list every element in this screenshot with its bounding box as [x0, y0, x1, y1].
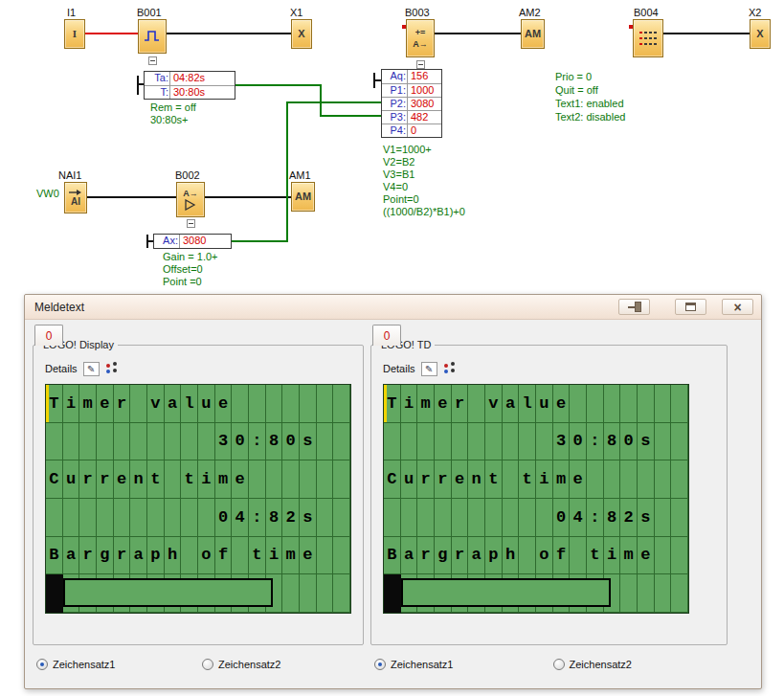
collapse-b001[interactable]	[148, 56, 157, 65]
lcd-cell-r3c6[interactable]	[485, 499, 503, 537]
block-nai1[interactable]: AI	[64, 182, 87, 213]
collapse-b003[interactable]	[416, 60, 425, 69]
lcd-cell-r3c3[interactable]	[97, 499, 114, 537]
lcd-cell-r1c12[interactable]: :	[587, 423, 604, 461]
lcd-cell-r3c0[interactable]	[384, 499, 401, 537]
lcd-cell-r3c8[interactable]	[181, 499, 198, 537]
lcd-cell-r3c8[interactable]	[519, 499, 536, 537]
wire-b003-am2[interactable]	[435, 33, 521, 34]
radio-item-zeichensatz1[interactable]: Zeichensatz1	[370, 659, 549, 670]
lcd-cell-r4c1[interactable]: a	[401, 537, 418, 575]
lcd-cell-r2c8[interactable]: t	[519, 460, 536, 499]
lcd-cell-r4c6[interactable]: p	[485, 537, 503, 575]
close-button[interactable]: ×	[722, 299, 753, 315]
lcd-cell-r4c6[interactable]: p	[147, 537, 165, 575]
lcd-cell-r1c14[interactable]: 0	[620, 423, 638, 461]
lcd-cell-r0c8[interactable]: l	[181, 385, 198, 423]
lcd-cell-r1c11[interactable]: 0	[570, 423, 587, 461]
lcd-cell-r3c14[interactable]: 2	[282, 499, 300, 537]
lcd-cell-r4c12[interactable]: t	[587, 537, 604, 575]
lcd-cell-r2c7[interactable]	[503, 460, 520, 499]
lcd-cell-r2c11[interactable]: e	[570, 460, 587, 499]
lcd-cell-r1c2[interactable]	[79, 423, 97, 461]
lcd-cell-r2c11[interactable]: e	[232, 460, 249, 499]
lcd-cell-r3c15[interactable]: s	[300, 499, 317, 537]
lcd-cell-r1c13[interactable]: 8	[266, 423, 283, 461]
lcd-cell-r5c16[interactable]	[317, 574, 334, 613]
lcd-cell-r4c10[interactable]: f	[553, 537, 571, 575]
lcd-cell-r1c0[interactable]	[46, 423, 63, 461]
lcd-cell-r4c5[interactable]: a	[130, 537, 147, 575]
lcd-cell-r4c9[interactable]: o	[198, 537, 215, 575]
lcd-cell-r5c14[interactable]	[620, 574, 638, 613]
lcd-cell-r1c0[interactable]	[384, 423, 401, 461]
lcd-cell-r3c4[interactable]	[114, 499, 131, 537]
lcd-cell-r0c0[interactable]: T	[46, 385, 63, 423]
lcd-cell-r3c11[interactable]: 4	[232, 499, 249, 537]
lcd-cell-r1c8[interactable]	[519, 423, 536, 461]
lcd-cell-r0c14[interactable]	[282, 385, 300, 423]
lcd-cell-r3c17[interactable]	[333, 499, 350, 537]
lcd-cell-r1c12[interactable]: :	[249, 423, 266, 461]
lcd-cell-r1c16[interactable]	[317, 423, 334, 461]
lcd-cell-r0c9[interactable]: u	[198, 385, 215, 423]
lcd-cell-r4c17[interactable]	[333, 537, 350, 575]
lcd-cell-r4c2[interactable]: r	[417, 537, 435, 575]
lcd-cell-r4c14[interactable]: m	[282, 537, 300, 575]
wire-i1-b001[interactable]	[85, 33, 138, 34]
lcd-cell-r3c10[interactable]: 0	[215, 499, 233, 537]
lcd-cell-r1c5[interactable]	[130, 423, 147, 461]
lcd-cell-r0c9[interactable]: u	[536, 385, 553, 423]
block-am1[interactable]: AM	[291, 182, 315, 212]
lcd-cell-r2c7[interactable]	[165, 460, 182, 499]
dialog-titlebar[interactable]: Meldetext ×	[25, 295, 761, 320]
lcd-cell-r1c9[interactable]	[536, 423, 553, 461]
lcd-cell-r0c11[interactable]	[570, 385, 587, 423]
lcd-cell-r2c6[interactable]: t	[485, 460, 503, 499]
lcd-cell-r4c13[interactable]: i	[266, 537, 283, 575]
lcd-cell-r1c17[interactable]	[671, 423, 688, 461]
lcd-cell-r4c12[interactable]: t	[249, 537, 266, 575]
lcd-cell-r0c3[interactable]: e	[435, 385, 452, 423]
pin-button[interactable]	[618, 299, 650, 315]
lcd-cell-r0c6[interactable]: v	[485, 385, 503, 423]
lcd-cell-r4c4[interactable]: r	[452, 537, 469, 575]
lcd-cell-r2c16[interactable]	[655, 460, 672, 499]
lcd-cell-r2c8[interactable]: t	[181, 460, 198, 499]
lcd-cell-r0c13[interactable]	[266, 385, 283, 423]
logo-td-lcd[interactable]: Timervalue30:80sCurrenttime04:82sBargrap…	[383, 384, 689, 614]
lcd-cell-r1c14[interactable]: 0	[282, 423, 300, 461]
radio-button-zeichensatz2[interactable]	[553, 659, 565, 670]
lcd-cell-r0c11[interactable]	[232, 385, 249, 423]
lcd-cell-r4c15[interactable]: e	[300, 537, 317, 575]
lcd-cell-r0c14[interactable]	[620, 385, 638, 423]
lcd-cell-r2c0[interactable]: C	[384, 460, 401, 499]
lcd-cell-r2c14[interactable]	[282, 460, 300, 499]
lcd-cell-r3c12[interactable]: :	[249, 499, 266, 537]
wire-b002-ref-v[interactable]	[286, 101, 288, 242]
lcd-cell-r4c3[interactable]: g	[435, 537, 452, 575]
special-characters-icon[interactable]	[443, 362, 459, 376]
lcd-cell-r4c4[interactable]: r	[114, 537, 131, 575]
lcd-cell-r2c0[interactable]: C	[46, 460, 63, 499]
lcd-cell-r2c9[interactable]: i	[536, 460, 553, 499]
lcd-cell-r2c2[interactable]: r	[417, 460, 435, 499]
edit-message-icon[interactable]: ✎	[421, 362, 437, 376]
lcd-cell-r2c16[interactable]	[317, 460, 334, 499]
lcd-cell-r0c17[interactable]	[333, 385, 350, 423]
lcd-cell-r4c8[interactable]	[181, 537, 198, 575]
lcd-cell-r4c14[interactable]: m	[620, 537, 638, 575]
lcd-cell-r0c4[interactable]: r	[452, 385, 469, 423]
restore-button[interactable]	[675, 299, 706, 315]
lcd-cell-r3c14[interactable]: 2	[620, 499, 638, 537]
wire-b001-ref-v[interactable]	[320, 84, 322, 117]
lcd-cell-r0c5[interactable]	[468, 385, 485, 423]
block-x2[interactable]: X	[750, 19, 771, 49]
lcd-cell-r2c10[interactable]: m	[553, 460, 571, 499]
lcd-cell-r3c10[interactable]: 0	[553, 499, 571, 537]
lcd-cell-r2c12[interactable]	[587, 460, 604, 499]
radio-button-zeichensatz2[interactable]	[202, 659, 213, 670]
lcd-cell-r1c6[interactable]	[147, 423, 165, 461]
lcd-cell-r0c2[interactable]: m	[79, 385, 97, 423]
lcd-cell-r4c0[interactable]: B	[46, 537, 63, 575]
